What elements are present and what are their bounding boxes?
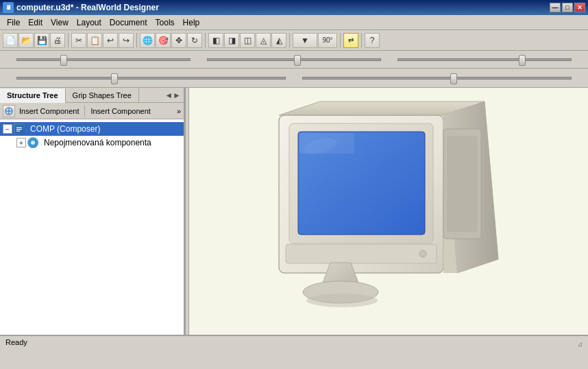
tab-arrows: ◄ ►: [162, 91, 184, 100]
component-icon: [27, 137, 38, 148]
panel-insert-component-2[interactable]: Insert Component: [88, 106, 153, 117]
resize-grip[interactable]: ⊿: [572, 337, 583, 348]
tree-item-comp[interactable]: − COMP (Composer): [0, 122, 184, 136]
tab-structure-tree[interactable]: Structure Tree: [0, 88, 66, 103]
tree-expand-comp[interactable]: −: [3, 124, 12, 134]
toolbar-group-file: 📄 📂 💾 🖨: [3, 33, 65, 48]
tree-label-comp: COMP (Composer): [30, 124, 100, 134]
toolbar-open-btn[interactable]: 📂: [19, 33, 34, 48]
slider-row-2: [0, 69, 588, 88]
toolbar-group-switch: ⇄ Switch to Layout: [343, 33, 358, 48]
svg-rect-23: [447, 136, 478, 232]
close-button[interactable]: ✕: [574, 3, 585, 12]
maximize-button[interactable]: □: [562, 3, 573, 12]
menu-file[interactable]: File: [3, 16, 24, 29]
minimize-button[interactable]: —: [550, 3, 561, 12]
svg-rect-17: [286, 244, 437, 263]
tree-content: − COMP (Composer) +: [0, 119, 184, 335]
sep1: [68, 33, 69, 48]
toolbar-angle-btn[interactable]: 90°: [318, 33, 337, 48]
window-controls: — □ ✕: [550, 3, 585, 12]
sep5: [340, 33, 341, 48]
viewport-panel: [189, 88, 588, 335]
status-bar: Ready ⊿: [0, 335, 588, 348]
toolbar-group-layout: ▼ 90°: [293, 33, 337, 48]
panel-more-btn[interactable]: »: [177, 107, 181, 115]
svg-point-18: [419, 250, 426, 257]
sep4: [289, 33, 290, 48]
main-toolbar: 📄 📂 💾 🖨 ✂ 📋 ↩ ↪ 🌐 🎯 ✥ ↻ ◧ ◨ ◫ ◬ ◭ ▼ 90° …: [0, 30, 588, 51]
toolbar-print-btn[interactable]: 🖨: [50, 33, 65, 48]
tree-label-component: Nepojmenovaná komponenta: [44, 138, 151, 147]
toolbar-save-btn[interactable]: 💾: [34, 33, 49, 48]
toolbar-3d-btn5[interactable]: ◭: [271, 33, 286, 48]
tree-expand-component[interactable]: +: [16, 138, 26, 147]
tab-bar: Structure Tree Grip Shapes Tree ◄ ►: [0, 88, 184, 103]
tab-prev-arrow[interactable]: ◄: [164, 91, 173, 100]
toolbar-help-btn[interactable]: ?: [365, 33, 380, 48]
title-bar: 🖥 computer.u3d* - RealWorld Designer — □…: [0, 0, 588, 15]
panel-sep: [84, 106, 85, 117]
toolbar-3d-btn4[interactable]: ◬: [256, 33, 271, 48]
menu-document[interactable]: Document: [106, 16, 151, 29]
sep2: [136, 33, 137, 48]
toolbar-rotate-btn[interactable]: ↻: [187, 33, 202, 48]
slider1-thumb[interactable]: [60, 55, 67, 66]
slider2-thumb[interactable]: [294, 55, 301, 66]
panel-insert-component-1[interactable]: Insert Component: [16, 106, 82, 117]
panel-toolbar: Insert Component Insert Component »: [0, 103, 184, 119]
toolbar-copy-btn[interactable]: 📋: [87, 33, 102, 48]
menu-bar: File Edit View Layout Document Tools Hel…: [0, 15, 588, 30]
toolbar-globe-btn[interactable]: 🌐: [140, 33, 155, 48]
toolbar-redo-btn[interactable]: ↪: [119, 33, 134, 48]
toolbar-undo-btn[interactable]: ↩: [103, 33, 118, 48]
tab-grip-shapes-tree[interactable]: Grip Shapes Tree: [66, 88, 139, 102]
sep3: [205, 33, 206, 48]
toolbar-3d-btn2[interactable]: ◨: [224, 33, 239, 48]
tab-next-arrow[interactable]: ►: [173, 91, 181, 100]
sep6: [361, 33, 362, 48]
3d-viewport[interactable]: [189, 88, 588, 335]
toolbar-target-btn[interactable]: 🎯: [156, 33, 171, 48]
menu-help[interactable]: Help: [179, 16, 204, 29]
svg-point-8: [31, 141, 35, 145]
toolbar-move-btn[interactable]: ✥: [171, 33, 186, 48]
toolbar-cut-btn[interactable]: ✂: [71, 33, 86, 48]
toolbar-group-view: 🌐 🎯 ✥ ↻: [140, 33, 202, 48]
menu-layout[interactable]: Layout: [73, 16, 106, 29]
menu-tools[interactable]: Tools: [151, 16, 179, 29]
panel-icon-btn[interactable]: [3, 105, 15, 117]
svg-point-21: [306, 294, 378, 307]
menu-view[interactable]: View: [47, 16, 73, 29]
main-layout: Structure Tree Grip Shapes Tree ◄ ► Inse…: [0, 88, 588, 335]
status-text: Ready: [5, 338, 572, 346]
toolbar-dropdown-btn[interactable]: ▼: [293, 33, 317, 48]
composer-icon: [14, 123, 25, 134]
left-panel: Structure Tree Grip Shapes Tree ◄ ► Inse…: [0, 88, 185, 335]
slider5-thumb[interactable]: [450, 73, 457, 84]
toolbar-switch-btn[interactable]: ⇄: [343, 33, 358, 48]
toolbar-group-edit: ✂ 📋 ↩ ↪: [71, 33, 134, 48]
toolbar-3d-btn3[interactable]: ◫: [240, 33, 255, 48]
slider4-thumb[interactable]: [111, 73, 118, 84]
menu-edit[interactable]: Edit: [24, 16, 47, 29]
window-title: computer.u3d* - RealWorld Designer: [16, 3, 550, 12]
monitor-3d: [210, 88, 567, 335]
app-icon: 🖥: [3, 2, 14, 13]
tree-item-component[interactable]: + Nepojmenovaná komponenta: [0, 136, 184, 150]
toolbar-group-3d: ◧ ◨ ◫ ◬ ◭: [208, 33, 286, 48]
toolbar-new-btn[interactable]: 📄: [3, 33, 18, 48]
toolbar-3d-btn1[interactable]: ◧: [208, 33, 223, 48]
slider3-thumb[interactable]: [519, 55, 526, 66]
slider-row-1: [0, 51, 588, 69]
